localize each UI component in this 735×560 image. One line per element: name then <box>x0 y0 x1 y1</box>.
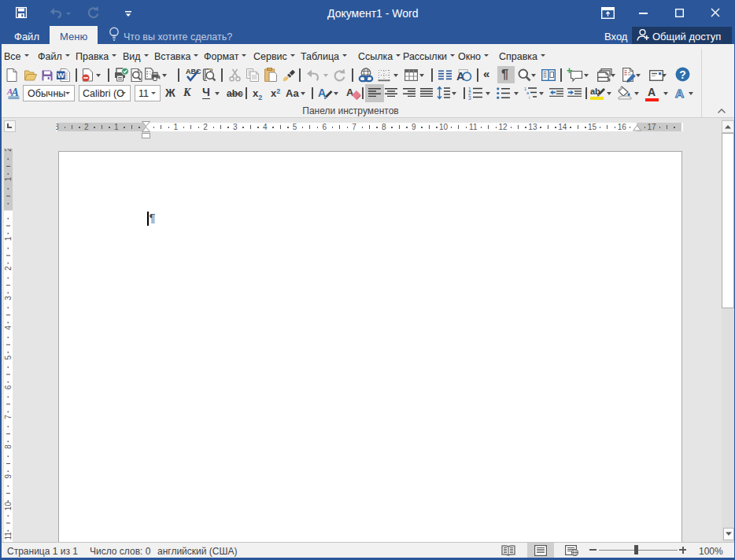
svg-text:ab: ab <box>590 87 600 96</box>
svg-text:i: i <box>529 95 530 100</box>
svg-text:?: ? <box>679 68 686 81</box>
svg-text:A: A <box>675 87 684 100</box>
svg-text:2: 2 <box>4 149 13 152</box>
svg-text:ABC: ABC <box>186 68 201 76</box>
svg-text:A: A <box>11 87 19 98</box>
svg-text:6: 6 <box>4 385 13 389</box>
svg-text:11: 11 <box>4 532 13 540</box>
svg-text:5: 5 <box>4 355 13 359</box>
svg-text:8: 8 <box>4 444 13 449</box>
svg-text:7: 7 <box>4 414 13 419</box>
svg-text:10: 10 <box>4 502 13 511</box>
svg-text:9: 9 <box>4 474 13 479</box>
svg-text:A: A <box>346 87 354 98</box>
svg-text:3: 3 <box>468 95 471 101</box>
svg-text:1: 1 <box>4 236 13 241</box>
svg-text:3: 3 <box>4 296 13 300</box>
svg-text:1: 1 <box>4 177 13 182</box>
svg-text:A: A <box>456 70 465 83</box>
svg-text:4: 4 <box>4 326 13 330</box>
svg-text:2: 2 <box>4 266 13 271</box>
svg-text:W: W <box>57 71 65 79</box>
